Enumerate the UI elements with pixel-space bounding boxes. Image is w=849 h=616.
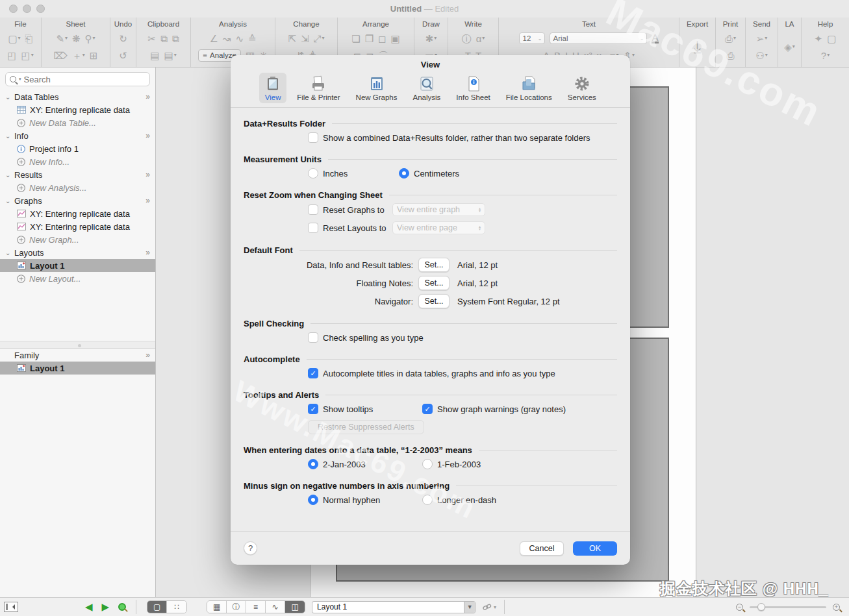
sidebar-item[interactable]: Layout 1: [0, 362, 155, 375]
sidebar-item[interactable]: XY: Entering replicate data: [0, 207, 155, 220]
reset-layouts-dropdown[interactable]: View entire page▴▾: [392, 221, 485, 234]
edit-sheet-icon[interactable]: ✎▾: [56, 34, 68, 43]
navigator-font-set-button[interactable]: Set...: [418, 294, 450, 308]
autocomplete-titles-checkbox[interactable]: ✓: [308, 368, 318, 378]
redo-icon[interactable]: ↻: [119, 34, 127, 43]
nonlinear-fit-icon[interactable]: ↝: [223, 34, 231, 43]
paste-menu-icon[interactable]: ▤▾: [164, 51, 176, 60]
zoom-slider[interactable]: [750, 606, 826, 608]
sidebar-item[interactable]: New Analysis...: [0, 181, 155, 194]
restore-alerts-button[interactable]: Restore Suppressed Alerts: [308, 420, 424, 434]
guides-icon[interactable]: ▢: [827, 34, 836, 43]
sidebar-section-results[interactable]: ⌄Results»: [0, 168, 155, 181]
new-file-icon[interactable]: ▢▾: [8, 34, 20, 43]
dialog-tab-view[interactable]: View: [259, 73, 286, 103]
sidebar-item[interactable]: New Graph...: [0, 233, 155, 246]
sidebar-section-graphs[interactable]: ⌄Graphs»: [0, 194, 155, 207]
group-objects-icon[interactable]: ▣: [391, 34, 400, 43]
resize-icon[interactable]: ⤢▾: [314, 34, 325, 43]
date-jan-radio[interactable]: [308, 459, 318, 469]
sidebar-section-info[interactable]: ⌄Info»: [0, 129, 155, 142]
hyphen-radio[interactable]: [308, 495, 318, 505]
reset-layouts-checkbox[interactable]: [308, 223, 318, 233]
print-preview-icon[interactable]: ⎙: [726, 51, 734, 60]
change-data-icon[interactable]: ⇲: [301, 34, 309, 43]
send-file-icon[interactable]: ➢▾: [756, 34, 768, 43]
dialog-tab-file-printer[interactable]: File & Printer: [292, 73, 345, 103]
lock-object-icon[interactable]: ◻: [378, 34, 386, 43]
font-color-icon[interactable]: A: [652, 33, 658, 44]
sidebar-section-data-tables[interactable]: ⌄Data Tables»: [0, 90, 155, 103]
zoom-in-icon[interactable]: +: [833, 604, 840, 611]
tutorials-icon[interactable]: ✦: [815, 34, 823, 43]
pin-sheet-icon[interactable]: ⚲▾: [85, 34, 95, 43]
reset-graphs-checkbox[interactable]: [308, 204, 318, 215]
search-input[interactable]: [24, 75, 146, 84]
date-feb-radio[interactable]: [422, 459, 433, 469]
sidebar-item[interactable]: XY: Entering replicate data: [0, 220, 155, 233]
bring-forward-icon[interactable]: ❏: [351, 34, 360, 43]
greek-letters-icon[interactable]: α▾: [476, 34, 485, 43]
sidebar-item[interactable]: New Info...: [0, 155, 155, 168]
draw-tool-icon[interactable]: ✱▾: [425, 34, 437, 43]
inches-radio[interactable]: [308, 168, 318, 179]
share-icon[interactable]: ⚇▾: [755, 51, 767, 60]
linked-sheets-button[interactable]: ▾: [482, 603, 496, 611]
undo-icon[interactable]: ↺: [119, 51, 127, 60]
search-field[interactable]: ▾: [5, 72, 150, 86]
help-button[interactable]: ?: [244, 541, 257, 555]
help-menu-icon[interactable]: ?▾: [821, 51, 830, 60]
sidebar-section-layouts[interactable]: ⌄Layouts»: [0, 246, 155, 259]
delete-sheet-icon[interactable]: ⌦: [54, 51, 68, 60]
next-sheet-button[interactable]: ▶: [102, 601, 110, 613]
results-view-button[interactable]: ≡: [246, 601, 266, 613]
dialog-tab-info-sheet[interactable]: Info Sheet: [451, 73, 495, 103]
zoom-out-icon[interactable]: −: [736, 604, 743, 611]
send-backward-icon[interactable]: ❐: [365, 34, 374, 43]
sidebar-item[interactable]: New Data Table...: [0, 116, 155, 129]
new-sheet-icon[interactable]: ＋▾: [72, 51, 85, 60]
font-size-select[interactable]: 12⌄: [519, 32, 545, 44]
curve-fit-icon[interactable]: ∿: [235, 34, 244, 43]
duplicate-sheet-icon[interactable]: ⊞: [90, 51, 98, 60]
save-icon[interactable]: ◰: [7, 51, 16, 60]
collapse-sidebar-button[interactable]: [4, 602, 18, 612]
paste-icon[interactable]: ▤: [150, 51, 159, 60]
data-table-view-button[interactable]: ▦: [207, 601, 227, 613]
linear-regression-icon[interactable]: ∠: [209, 34, 218, 43]
layout-view-button[interactable]: ◫: [285, 601, 305, 613]
spell-check-checkbox[interactable]: [308, 332, 318, 343]
find-sheet-button[interactable]: [118, 603, 126, 611]
learn-icon[interactable]: ◈▾: [784, 42, 795, 52]
print-icon[interactable]: ⎙▾: [725, 34, 736, 43]
font-family-select[interactable]: Arial⌄: [550, 32, 647, 44]
combined-folder-checkbox[interactable]: [308, 132, 318, 143]
tables-font-set-button[interactable]: Set...: [418, 258, 450, 272]
page-view-button[interactable]: ▢: [147, 601, 167, 613]
ok-button[interactable]: OK: [573, 541, 617, 556]
sidebar-item[interactable]: Layout 1: [0, 259, 155, 272]
gallery-view-button[interactable]: ∷: [167, 601, 186, 613]
notes-font-set-button[interactable]: Set...: [418, 276, 450, 290]
centimeters-radio[interactable]: [399, 168, 409, 179]
cut-icon[interactable]: ✂: [147, 34, 156, 43]
copy-icon[interactable]: ⧉: [160, 34, 168, 43]
layout-selector[interactable]: Layout 1 ▼: [312, 601, 475, 613]
save-as-icon[interactable]: ◰▾: [21, 51, 33, 60]
dialog-tab-new-graphs[interactable]: New Graphs: [351, 73, 403, 103]
graph-warnings-checkbox[interactable]: ✓: [422, 404, 433, 414]
prev-sheet-button[interactable]: ◀: [85, 601, 93, 613]
paste-style-icon[interactable]: ⧉: [172, 34, 179, 43]
graph-view-button[interactable]: ∿: [266, 601, 285, 613]
dialog-tab-analysis[interactable]: Analysis: [408, 73, 446, 103]
sidebar-section-family[interactable]: Family»: [0, 349, 155, 362]
floating-note-icon[interactable]: ⓘ: [462, 34, 472, 43]
freeze-sheet-icon[interactable]: ❋: [72, 34, 81, 43]
dialog-tab-services[interactable]: Services: [563, 73, 602, 103]
endash-radio[interactable]: [422, 495, 433, 505]
sidebar-item[interactable]: Project info 1: [0, 142, 155, 155]
reset-graphs-dropdown[interactable]: View entire graph▴▾: [392, 203, 485, 216]
open-file-icon[interactable]: ⎗: [25, 34, 33, 43]
cancel-button[interactable]: Cancel: [520, 541, 564, 556]
sidebar-splitter[interactable]: [0, 341, 155, 349]
